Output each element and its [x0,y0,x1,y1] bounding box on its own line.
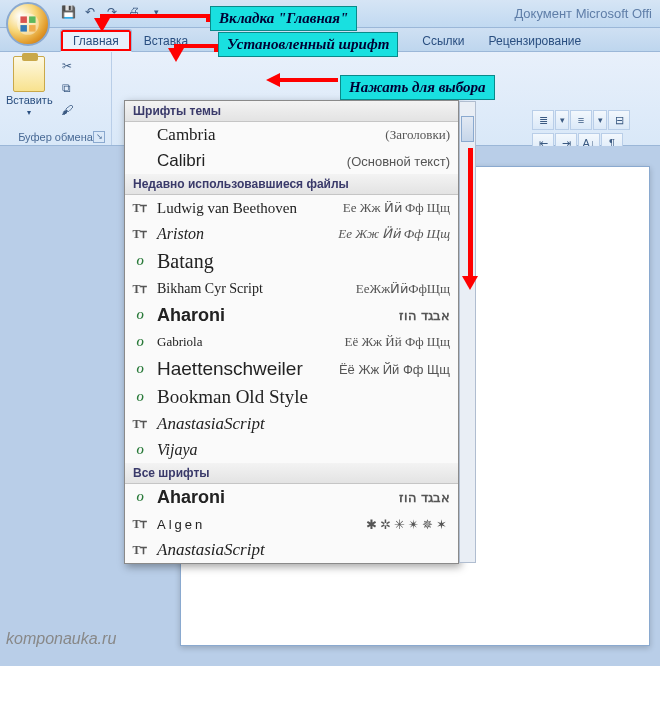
tab-references[interactable]: Ссылки [410,30,476,51]
multilevel-button[interactable]: ⊟ [608,110,630,130]
font-item-name: Ariston [157,225,330,243]
font-menu-item[interactable]: Aharoniאבגד הוז [125,302,458,329]
opentype-icon [131,442,149,458]
annotation-click: Нажать для выбора [340,75,495,100]
font-menu-header: Недавно использовавшиеся файлы [125,174,458,195]
font-item-sample: ✱✲✳✴✵✶ [366,517,450,532]
font-dropdown-menu: Шрифты темыCambria(Заголовки)Calibri(Осн… [124,100,459,564]
font-item-sample: אבגד הוז [399,308,450,323]
font-menu-item[interactable]: Aharoniאבגד הוז [125,484,458,511]
font-item-sample: אבגד הוז [399,490,450,505]
font-item-sample: Ее Жж Ӥӥ Фф Щщ [338,226,450,242]
scrollbar-thumb[interactable] [461,116,474,142]
font-menu-item[interactable]: TᴛAnastasiaScript [125,537,458,563]
copy-button[interactable]: ⧉ [57,78,77,98]
svg-rect-1 [20,16,27,23]
opentype-icon [131,334,149,350]
opentype-icon [131,361,149,377]
bullets-dd[interactable]: ▾ [555,110,569,130]
clipboard-group-text: Буфер обмена [18,131,93,143]
font-menu-item[interactable]: Cambria(Заголовки) [125,122,458,148]
clipboard-group-label: Буфер обмена ↘ [6,129,105,143]
brush-icon: 🖌 [61,103,73,117]
font-item-sample: ЕеЖжӤӥФфЩщ [356,281,450,297]
font-item-sample: Её Жж Йй Фф Щщ [344,334,450,350]
font-menu-item[interactable]: GabriolaЕё Жж Йй Фф Щщ [125,329,458,355]
font-item-name: Algen [157,517,358,532]
font-menu-item[interactable]: Bookman Old Style [125,383,458,411]
font-item-sample: Ёё Жж Йй Фф Щщ [339,362,450,377]
chevron-down-icon: ▾ [27,108,31,117]
truetype-icon: Tᴛ [131,200,149,216]
font-item-name: Vijaya [157,441,450,459]
font-menu-item[interactable]: TᴛAnastasiaScript [125,411,458,437]
numbering-button[interactable]: ≡ [570,110,592,130]
bullets-button[interactable]: ≣ [532,110,554,130]
font-menu-item[interactable]: Vijaya [125,437,458,463]
font-item-name: Bikham Cyr Script [157,281,348,297]
font-item-name: Cambria [157,125,377,145]
truetype-icon: Tᴛ [131,542,149,558]
office-button[interactable] [6,2,50,46]
font-menu-item[interactable]: TᴛBikham Cyr ScriptЕеЖжӤӥФфЩщ [125,276,458,302]
svg-rect-3 [20,25,27,32]
watermark: komponauka.ru [6,630,116,648]
font-item-name: AnastasiaScript [157,540,450,560]
document-title: Документ Microsoft Offi [514,6,652,21]
opentype-icon [131,389,149,405]
svg-rect-4 [29,25,36,32]
font-item-name: Bookman Old Style [157,386,450,408]
font-item-name: Aharoni [157,305,391,326]
clipboard-icon [13,56,45,92]
font-menu-item[interactable]: Calibri(Основной текст) [125,148,458,174]
annotation-tab: Вкладка "Главная" [210,6,357,31]
font-item-sample: (Заголовки) [385,127,450,143]
font-item-sample: (Основной текст) [347,154,450,169]
group-clipboard: Вставить ▾ ✂ ⧉ 🖌 Буфер обмена ↘ [0,52,112,145]
font-menu-item[interactable]: HaettenschweilerЁё Жж Йй Фф Щщ [125,355,458,383]
truetype-icon: Tᴛ [131,416,149,432]
tab-home[interactable]: Главная [60,29,132,52]
opentype-icon [131,254,149,270]
save-icon[interactable]: 💾 [60,4,76,20]
numbering-dd[interactable]: ▾ [593,110,607,130]
font-menu-header: Шрифты темы [125,101,458,122]
tab-review[interactable]: Рецензирование [477,30,594,51]
font-menu-item[interactable]: TᴛAristonЕе Жж Ӥӥ Фф Щщ [125,221,458,247]
font-item-name: Haettenschweiler [157,358,331,380]
copy-icon: ⧉ [62,81,71,95]
svg-point-0 [17,13,39,35]
truetype-icon: Tᴛ [131,281,149,297]
dialog-launcher-icon[interactable]: ↘ [93,131,105,143]
font-item-name: Aharoni [157,487,391,508]
font-item-sample: Ее Жж Ӥӥ Фф Щщ [343,200,450,216]
paste-button[interactable]: Вставить ▾ [6,56,53,117]
paste-label: Вставить [6,94,53,106]
font-item-name: Batang [157,250,450,273]
font-menu-item[interactable]: TᴛAlgen✱✲✳✴✵✶ [125,511,458,537]
scissors-icon: ✂ [62,59,72,73]
annotation-font: Установленный шрифт [218,32,398,57]
font-menu-item[interactable]: TᴛLudwig van BeethovenЕе Жж Ӥӥ Фф Щщ [125,195,458,221]
font-item-name: AnastasiaScript [157,414,450,434]
opentype-icon [131,308,149,324]
truetype-icon: Tᴛ [131,516,149,532]
cut-button[interactable]: ✂ [57,56,77,76]
font-item-name: Ludwig van Beethoven [157,200,335,217]
font-menu-item[interactable]: Batang [125,247,458,276]
opentype-icon [131,490,149,506]
svg-rect-2 [29,16,36,23]
format-painter-button[interactable]: 🖌 [57,100,77,120]
office-logo-icon [15,11,41,37]
font-item-name: Gabriola [157,334,336,350]
truetype-icon: Tᴛ [131,226,149,242]
truetype-icon [131,127,149,143]
font-menu-header: Все шрифты [125,463,458,484]
truetype-icon [131,153,149,169]
font-item-name: Calibri [157,151,339,171]
